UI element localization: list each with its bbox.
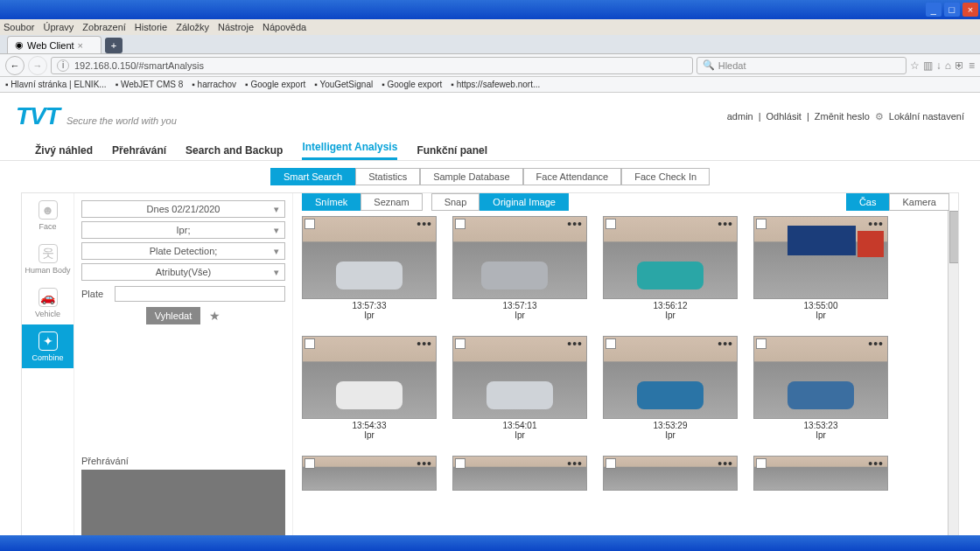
hamburger-icon[interactable]: ≡	[969, 59, 975, 72]
bookmark-item[interactable]: ▪ Google export	[382, 80, 442, 89]
bookmark-item[interactable]: ▪ https://safeweb.nort...	[451, 80, 540, 89]
sidebar-item[interactable]: 웃Human Body	[22, 237, 74, 281]
thumbnail[interactable]: •••	[753, 336, 888, 419]
menu-item[interactable]: Nástroje	[218, 22, 254, 32]
plate-input[interactable]	[115, 286, 285, 302]
os-taskbar[interactable]	[0, 535, 980, 551]
os-close[interactable]: ×	[962, 3, 978, 17]
browser-menu[interactable]: SouborÚpravyZobrazeníHistorieZáložkyNást…	[0, 19, 980, 35]
view-pill[interactable]: Kamera	[889, 193, 949, 211]
main-nav[interactable]: Živý náhledPřehráváníSearch and BackupIn…	[0, 140, 980, 161]
result-card[interactable]: ••• 13:56:12 Ipr	[603, 216, 738, 320]
sidebar-item[interactable]: 🚗Vehicle	[22, 281, 74, 324]
card-menu-icon[interactable]: •••	[416, 217, 432, 231]
browser-tab[interactable]: ◉ Web Client ×	[7, 36, 102, 53]
home-icon[interactable]: ⌂	[945, 59, 951, 72]
date-select[interactable]: Dnes 02/21/2020	[81, 200, 285, 218]
subtab[interactable]: Face Check In	[621, 168, 710, 185]
checkbox[interactable]	[304, 219, 315, 229]
thumbnail[interactable]: •••	[753, 216, 888, 299]
logout-link[interactable]: Odhlásit	[766, 111, 802, 122]
checkbox[interactable]	[304, 338, 315, 349]
new-tab-button[interactable]: +	[105, 38, 122, 53]
tab-close-icon[interactable]: ×	[78, 40, 83, 51]
os-maximize[interactable]: □	[944, 3, 960, 17]
checkbox[interactable]	[756, 219, 766, 229]
bookmark-bar[interactable]: ▪ Hlavní stránka | ELNIK...▪ WebJET CMS …	[0, 77, 980, 93]
search-button[interactable]: Vyhledat	[146, 307, 200, 324]
bookmark-item[interactable]: ▪ YouGetSignal	[314, 80, 373, 89]
card-menu-icon[interactable]: •••	[718, 337, 733, 351]
checkbox[interactable]	[606, 338, 616, 349]
result-card[interactable]: ••• 13:54:01 Ipr	[452, 336, 587, 440]
thumbnail[interactable]: •••	[452, 456, 587, 491]
shield-icon[interactable]: ⛨	[955, 59, 965, 72]
thumbnail[interactable]: •••	[753, 456, 888, 491]
subtab[interactable]: Statistics	[355, 168, 420, 185]
checkbox[interactable]	[606, 219, 616, 229]
card-menu-icon[interactable]: •••	[567, 217, 583, 231]
camera-select[interactable]: Ipr;	[81, 221, 285, 239]
card-menu-icon[interactable]: •••	[868, 337, 884, 351]
result-card[interactable]: ••• 13:53:29 Ipr	[603, 336, 738, 440]
result-card[interactable]: •••	[603, 456, 738, 491]
result-card[interactable]: ••• 13:54:33 Ipr	[302, 336, 437, 440]
playback-viewport[interactable]	[81, 470, 285, 535]
view-pill[interactable]: Snímek	[302, 193, 360, 211]
sidebar-item[interactable]: ☻Face	[22, 193, 74, 237]
nav-item[interactable]: Search and Backup	[186, 144, 283, 157]
checkbox[interactable]	[304, 458, 315, 469]
nav-back-button[interactable]: ←	[5, 56, 24, 75]
result-card[interactable]: ••• 13:57:33 Ipr	[302, 216, 437, 320]
favorite-icon[interactable]: ★	[209, 309, 220, 323]
detection-select[interactable]: Plate Detection;	[81, 242, 285, 260]
checkbox[interactable]	[455, 338, 466, 349]
menu-item[interactable]: Úpravy	[43, 22, 74, 32]
card-menu-icon[interactable]: •••	[868, 457, 884, 471]
card-menu-icon[interactable]: •••	[718, 217, 733, 231]
attribute-select[interactable]: Atributy(Vše)	[81, 263, 285, 281]
menu-item[interactable]: Nápověda	[262, 22, 306, 32]
subtab[interactable]: Face Attendance	[523, 168, 622, 185]
scrollbar[interactable]	[948, 211, 958, 535]
menu-item[interactable]: Zobrazení	[82, 22, 126, 32]
result-card[interactable]: ••• 13:53:23 Ipr	[753, 336, 888, 440]
os-minimize[interactable]: _	[926, 3, 942, 17]
result-card[interactable]: •••	[452, 456, 587, 491]
menu-item[interactable]: Soubor	[4, 22, 34, 32]
view-pill[interactable]: Snap	[431, 193, 480, 211]
nav-item[interactable]: Intelligent Analysis	[302, 141, 397, 160]
browser-tabstrip[interactable]: ◉ Web Client × +	[0, 35, 980, 54]
thumbnail[interactable]: •••	[603, 336, 738, 419]
checkbox[interactable]	[756, 458, 766, 469]
view-pill[interactable]: Čas	[846, 193, 890, 211]
nav-item[interactable]: Funkční panel	[416, 144, 487, 157]
bookmark-item[interactable]: ▪ Google export	[245, 80, 305, 89]
menu-item[interactable]: Historie	[135, 22, 167, 32]
menu-item[interactable]: Záložky	[176, 22, 209, 32]
sidebar-item[interactable]: ✦Combine	[22, 324, 74, 368]
card-menu-icon[interactable]: •••	[416, 457, 432, 471]
bookmark-item[interactable]: ▪ Hlavní stránka | ELNIK...	[5, 80, 107, 89]
checkbox[interactable]	[455, 219, 466, 229]
view-pill[interactable]: Seznam	[360, 193, 422, 211]
download-icon[interactable]: ↓	[936, 59, 942, 72]
view-pill[interactable]: Original Image	[480, 193, 569, 211]
thumbnail[interactable]: •••	[452, 336, 587, 419]
card-menu-icon[interactable]: •••	[567, 337, 583, 351]
changepass-link[interactable]: Změnit heslo	[815, 111, 870, 122]
result-card[interactable]: •••	[302, 456, 437, 491]
result-card[interactable]: ••• 13:57:13 Ipr	[452, 216, 587, 320]
subtabs[interactable]: Smart SearchStatisticsSample DatabaseFac…	[0, 161, 980, 192]
card-menu-icon[interactable]: •••	[416, 337, 432, 351]
nav-item[interactable]: Živý náhled	[35, 144, 93, 157]
nav-fwd-button[interactable]: →	[28, 56, 47, 75]
thumbnail[interactable]: •••	[603, 216, 738, 299]
bookmark-item[interactable]: ▪ WebJET CMS 8	[116, 80, 184, 89]
thumbnail[interactable]: •••	[452, 216, 587, 299]
bookmark-star-icon[interactable]: ☆	[910, 59, 920, 72]
subtab[interactable]: Sample Database	[420, 168, 522, 185]
library-icon[interactable]: ▥	[923, 59, 933, 72]
browser-search[interactable]: 🔍 Hledat	[696, 57, 906, 74]
category-sidebar[interactable]: ☻Face웃Human Body🚗Vehicle✦Combine	[22, 193, 74, 535]
